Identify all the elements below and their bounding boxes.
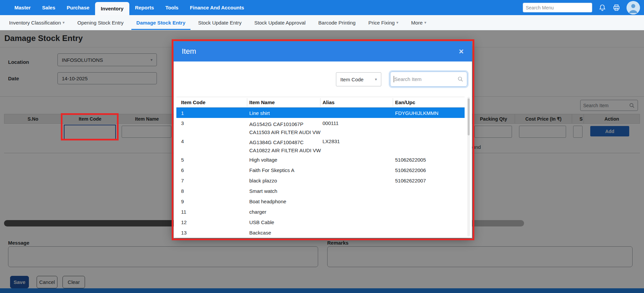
table-row-selected[interactable]: 1 Line shirt FDYGUHIJLKMMN — [176, 108, 465, 118]
subnav-label: Opening Stock Entry — [77, 20, 124, 26]
cell-item-code: 3 — [181, 120, 184, 126]
cell-item-code: 12 — [181, 219, 187, 225]
table-row[interactable]: 4 AG1384G CAF100487CCA10822 AIR FILTER A… — [176, 136, 465, 154]
cell-item-name: black plazzo — [249, 177, 277, 183]
item-table: Item Code Item Name Alias Ean/Upc 1 Line… — [176, 97, 465, 238]
cell-item-code: 13 — [181, 229, 187, 235]
modal-scrollbar-thumb[interactable] — [468, 98, 470, 135]
close-icon[interactable]: ✕ — [459, 48, 464, 55]
item-name-line2: CA10822 AIR FILTER AUDI VW — [249, 146, 321, 155]
search-icon — [457, 76, 464, 82]
modal-title: Item — [182, 47, 196, 56]
cell-alias: 000111 — [323, 120, 339, 126]
subnav-more[interactable]: More▾ — [406, 15, 431, 30]
cell-item-name: AG1384G CAF100487CCA10822 AIR FILTER AUD… — [249, 138, 321, 155]
subnav-stock-update-approval[interactable]: Stock Update Approval — [249, 15, 311, 30]
nav-reports[interactable]: Reports — [129, 0, 160, 15]
table-row[interactable]: 9 Boat headphone — [176, 196, 465, 206]
modal-scrollbar[interactable] — [467, 97, 470, 237]
item-name-line2: CA11503 AIR FILTER AUDI VW — [249, 128, 320, 136]
modal-search-box[interactable] — [390, 72, 467, 87]
nav-master[interactable]: Master — [9, 0, 36, 15]
cell-item-name: charger — [249, 209, 266, 214]
subnav-label: Price Fixing — [368, 20, 394, 26]
column-separator — [393, 98, 393, 107]
subnav-barcode-printing[interactable]: Barcode Printing — [313, 15, 361, 30]
printer-icon[interactable] — [612, 4, 620, 12]
search-menu-input[interactable] — [523, 3, 592, 12]
cell-item-code: 8 — [181, 188, 184, 194]
column-separator — [247, 98, 247, 107]
subnav-label: Inventory Classification — [9, 20, 61, 26]
user-avatar[interactable] — [627, 1, 640, 14]
inventory-subnav: Inventory Classification▾ Opening Stock … — [0, 15, 644, 30]
chevron-down-icon: ▾ — [396, 20, 398, 25]
cell-item-code: 1 — [181, 110, 184, 116]
cell-item-name: Backcase — [249, 229, 271, 235]
chevron-down-icon: ▾ — [375, 77, 377, 82]
cell-item-code: 4 — [181, 138, 184, 144]
cell-item-name: AG1542G CAF101067PCA11503 AIR FILTER AUD… — [249, 120, 320, 136]
cell-ean-upc: FDYGUHIJLKMMN — [395, 110, 438, 116]
cell-ean-upc: 51062622006 — [395, 167, 426, 173]
col-alias: Alias — [323, 97, 335, 108]
cell-item-name: Smart watch — [249, 188, 277, 194]
nav-tools[interactable]: Tools — [160, 0, 184, 15]
cell-item-code: 5 — [181, 157, 184, 162]
subnav-label: Stock Update Entry — [198, 20, 242, 26]
table-row[interactable]: 11 charger — [176, 206, 465, 217]
chevron-down-icon: ▾ — [424, 20, 426, 25]
search-by-value: Item Code — [340, 77, 363, 82]
column-separator — [320, 98, 320, 107]
cell-item-code: 6 — [181, 167, 184, 173]
cell-ean-upc: 51062622005 — [395, 157, 426, 162]
item-table-header: Item Code Item Name Alias Ean/Upc — [176, 97, 465, 108]
chevron-down-icon: ▾ — [62, 20, 65, 25]
subnav-label: More — [411, 20, 423, 26]
subnav-stock-update-entry[interactable]: Stock Update Entry — [193, 15, 247, 30]
subnav-label: Damage Stock Entry — [136, 20, 185, 26]
subnav-inventory-classification[interactable]: Inventory Classification▾ — [4, 15, 70, 30]
cell-item-code: 7 — [181, 177, 184, 183]
table-row[interactable]: 12 USB Cable — [176, 217, 465, 227]
text-cursor — [394, 76, 394, 82]
modal-search-input[interactable] — [394, 76, 457, 82]
item-name-line1: AG1384G CAF100487C — [249, 138, 321, 146]
cell-item-name: Boat headphone — [249, 198, 286, 204]
subnav-opening-stock-entry[interactable]: Opening Stock Entry — [72, 15, 129, 30]
app-window: Master Sales Purchase Inventory Reports … — [0, 0, 644, 293]
cell-alias: LX2831 — [323, 138, 340, 144]
col-item-name: Item Name — [249, 97, 275, 108]
subnav-label: Stock Update Approval — [254, 20, 306, 26]
table-row[interactable]: 8 Smart watch — [176, 185, 465, 196]
cell-item-name: USB Cable — [249, 219, 274, 225]
col-ean-upc: Ean/Upc — [395, 97, 415, 108]
nav-purchase[interactable]: Purchase — [61, 0, 95, 15]
cell-item-name: Faith For Skeptics A — [249, 167, 294, 173]
cell-item-name: High voltage — [249, 157, 277, 162]
subnav-label: Barcode Printing — [318, 20, 356, 26]
cell-ean-upc: 51062622007 — [395, 177, 426, 183]
item-picker-modal: Item ✕ Item Code ▾ Item Code Item Name A… — [174, 41, 472, 238]
nav-sales[interactable]: Sales — [36, 0, 61, 15]
table-row[interactable]: 6 Faith For Skeptics A 51062622006 — [176, 165, 465, 175]
nav-inventory[interactable]: Inventory — [95, 2, 129, 15]
table-row[interactable]: 7 black plazzo 51062622007 — [176, 175, 465, 185]
modal-header: Item ✕ — [174, 41, 472, 61]
subnav-damage-stock-entry[interactable]: Damage Stock Entry — [131, 15, 190, 30]
nav-finance-and-accounts[interactable]: Finance And Accounts — [184, 0, 250, 15]
table-row[interactable]: 3 AG1542G CAF101067PCA11503 AIR FILTER A… — [176, 118, 465, 136]
top-navigation: Master Sales Purchase Inventory Reports … — [0, 0, 644, 15]
bell-icon[interactable] — [598, 4, 606, 12]
cell-item-code: 9 — [181, 198, 184, 204]
table-row[interactable]: 13 Backcase — [176, 227, 465, 238]
cell-item-code: 11 — [181, 209, 186, 214]
cell-item-name: Line shirt — [249, 110, 270, 116]
col-item-code: Item Code — [181, 97, 206, 108]
table-row[interactable]: 5 High voltage 51062622005 — [176, 154, 465, 165]
search-by-select[interactable]: Item Code ▾ — [336, 72, 381, 86]
subnav-price-fixing[interactable]: Price Fixing▾ — [363, 15, 403, 30]
item-name-line1: AG1542G CAF101067P — [249, 120, 320, 128]
